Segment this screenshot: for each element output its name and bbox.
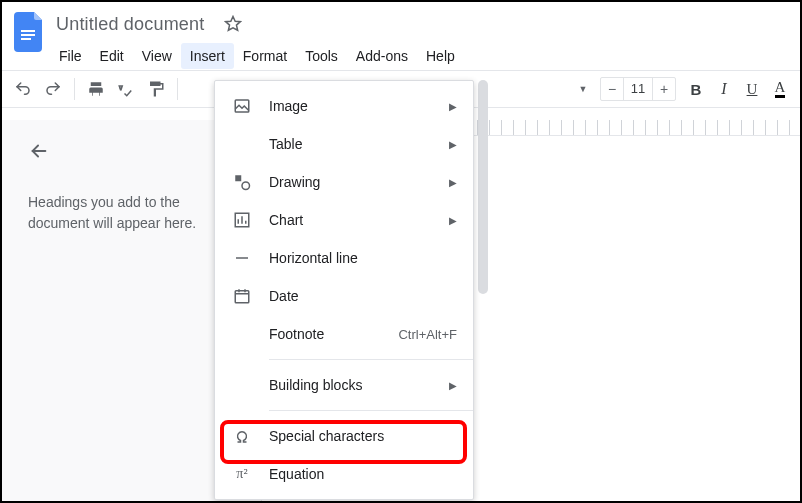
menu-separator xyxy=(269,359,473,360)
menu-item-special-characters[interactable]: Special characters xyxy=(215,417,473,455)
menu-item-label: Table xyxy=(269,136,449,152)
menu-file[interactable]: File xyxy=(50,43,91,69)
menu-item-date[interactable]: Date xyxy=(215,277,473,315)
dropdown-scrollbar[interactable] xyxy=(476,80,490,500)
docs-logo[interactable] xyxy=(10,10,50,58)
text-color-button[interactable]: A xyxy=(766,75,794,103)
toolbar-separator xyxy=(74,78,75,100)
menu-insert[interactable]: Insert xyxy=(181,43,234,69)
bold-button[interactable]: B xyxy=(682,75,710,103)
document-title[interactable]: Untitled document xyxy=(50,12,210,37)
title-bar: Untitled document File Edit View Insert … xyxy=(2,2,800,70)
scrollbar-thumb[interactable] xyxy=(478,80,488,294)
font-size-value[interactable]: 11 xyxy=(623,78,653,100)
menu-item-image[interactable]: Image ▶ xyxy=(215,87,473,125)
outline-placeholder: Headings you add to the document will ap… xyxy=(28,192,241,234)
menu-item-horizontal-line[interactable]: Horizontal line xyxy=(215,239,473,277)
undo-button[interactable] xyxy=(9,75,37,103)
menu-item-label: Horizontal line xyxy=(269,250,457,266)
svg-rect-0 xyxy=(21,30,35,32)
menu-item-label: Drawing xyxy=(269,174,449,190)
underline-button[interactable]: U xyxy=(738,75,766,103)
menu-edit[interactable]: Edit xyxy=(91,43,133,69)
menu-help[interactable]: Help xyxy=(417,43,464,69)
menubar: File Edit View Insert Format Tools Add-o… xyxy=(50,42,464,70)
menu-item-label: Special characters xyxy=(269,428,457,444)
drawing-icon xyxy=(229,173,255,191)
paint-format-button[interactable] xyxy=(142,75,170,103)
menu-format[interactable]: Format xyxy=(234,43,296,69)
submenu-arrow-icon: ▶ xyxy=(449,101,457,112)
print-button[interactable] xyxy=(82,75,110,103)
submenu-arrow-icon: ▶ xyxy=(449,380,457,391)
toolbar-separator xyxy=(177,78,178,100)
font-dropdown-arrow-icon[interactable]: ▼ xyxy=(573,75,593,103)
menu-item-table[interactable]: Table ▶ xyxy=(215,125,473,163)
font-size-decrease[interactable]: − xyxy=(601,78,623,100)
horizontal-line-icon xyxy=(229,249,255,267)
image-icon xyxy=(229,97,255,115)
chart-icon xyxy=(229,211,255,229)
menu-item-label: Building blocks xyxy=(269,377,449,393)
menu-separator xyxy=(269,410,473,411)
menu-view[interactable]: View xyxy=(133,43,181,69)
font-size-control: − 11 + xyxy=(600,77,676,101)
submenu-arrow-icon: ▶ xyxy=(449,139,457,150)
pi-icon: π² xyxy=(229,466,255,482)
svg-rect-2 xyxy=(21,38,31,40)
italic-button[interactable]: I xyxy=(710,75,738,103)
spellcheck-button[interactable] xyxy=(112,75,140,103)
menu-addons[interactable]: Add-ons xyxy=(347,43,417,69)
menu-item-shortcut: Ctrl+Alt+F xyxy=(398,327,457,342)
svg-rect-4 xyxy=(235,175,241,181)
menu-tools[interactable]: Tools xyxy=(296,43,347,69)
menu-item-label: Equation xyxy=(269,466,457,482)
outline-back-arrow-icon[interactable] xyxy=(28,140,241,162)
menu-item-equation[interactable]: π² Equation xyxy=(215,455,473,493)
svg-rect-7 xyxy=(235,291,249,303)
menu-item-footnote[interactable]: Footnote Ctrl+Alt+F xyxy=(215,315,473,353)
menu-item-drawing[interactable]: Drawing ▶ xyxy=(215,163,473,201)
star-icon[interactable] xyxy=(224,15,242,33)
submenu-arrow-icon: ▶ xyxy=(449,215,457,226)
svg-rect-1 xyxy=(21,34,35,36)
menu-item-building-blocks[interactable]: Building blocks ▶ xyxy=(215,366,473,404)
redo-button[interactable] xyxy=(39,75,67,103)
omega-icon xyxy=(229,427,255,445)
svg-point-5 xyxy=(242,182,250,190)
menu-item-label: Date xyxy=(269,288,457,304)
calendar-icon xyxy=(229,287,255,305)
menu-item-label: Footnote xyxy=(269,326,398,342)
submenu-arrow-icon: ▶ xyxy=(449,177,457,188)
insert-menu-dropdown: Image ▶ Table ▶ Drawing ▶ Chart ▶ Horizo… xyxy=(214,80,474,500)
menu-item-label: Chart xyxy=(269,212,449,228)
menu-item-label: Image xyxy=(269,98,449,114)
font-size-increase[interactable]: + xyxy=(653,78,675,100)
menu-item-chart[interactable]: Chart ▶ xyxy=(215,201,473,239)
